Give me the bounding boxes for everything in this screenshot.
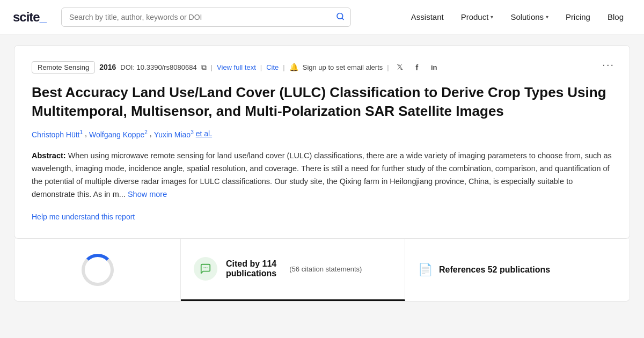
nav-solutions[interactable]: Solutions ▾ [503, 8, 556, 26]
paper-doi: DOI: 10.3390/rs8080684 [120, 63, 196, 71]
nav-pricing[interactable]: Pricing [558, 8, 598, 26]
nav-links: Assistant Product ▾ Solutions ▾ Pricing … [404, 8, 631, 26]
references-panel[interactable]: 📄 References 52 publications [405, 239, 630, 301]
solutions-chevron-icon: ▾ [546, 14, 548, 20]
copy-doi-icon[interactable]: ⧉ [201, 63, 207, 72]
alert-text[interactable]: Sign up to set email alerts [303, 63, 383, 71]
cited-by-info: Cited by 114 publications [226, 259, 276, 278]
alert-bell-icon: 🔔 [289, 63, 298, 71]
navbar: scite_ Assistant Product ▾ Solutions ▾ P… [0, 0, 644, 34]
linkedin-icon[interactable]: in [428, 61, 441, 74]
paper-title: Best Accuracy Land Use/Land Cover (LULC)… [32, 83, 612, 121]
cited-by-panel[interactable]: Cited by 114 publications (56 citation s… [181, 239, 405, 301]
paper-meta: Remote Sensing 2016 DOI: 10.3390/rs80806… [32, 61, 612, 74]
social-share-icons: 𝕏 f in [393, 61, 441, 74]
search-icon [336, 12, 345, 22]
paper-year: 2016 [99, 63, 116, 71]
references-label: References 52 publications [439, 265, 550, 275]
search-input[interactable] [61, 8, 351, 27]
references-icon: 📄 [418, 263, 433, 277]
spinner-column [14, 239, 181, 301]
svg-line-1 [342, 18, 343, 19]
nav-product[interactable]: Product ▾ [453, 8, 501, 26]
help-link[interactable]: Help me understand this report [32, 212, 135, 221]
facebook-icon[interactable]: f [411, 61, 423, 74]
cited-by-label: Cited by 114 publications [226, 259, 276, 278]
citation-icon [194, 257, 217, 281]
paper-card: ··· Remote Sensing 2016 DOI: 10.3390/rs8… [14, 45, 630, 239]
show-more-link[interactable]: Show more [128, 190, 167, 199]
nav-blog[interactable]: Blog [600, 8, 631, 26]
author-2[interactable]: Wolfgang Koppe2 [89, 129, 148, 139]
et-al-link[interactable]: et al. [196, 129, 212, 139]
content-area: ··· Remote Sensing 2016 DOI: 10.3390/rs8… [5, 34, 639, 302]
author-1[interactable]: Christoph Hütt1 [32, 129, 83, 139]
journal-badge: Remote Sensing [32, 61, 95, 74]
loading-spinner [82, 254, 114, 286]
nav-assistant[interactable]: Assistant [404, 8, 451, 26]
twitter-icon[interactable]: 𝕏 [393, 61, 406, 74]
search-wrapper [61, 8, 351, 27]
citation-statements: (56 citation statements) [289, 265, 362, 273]
abstract-text: Abstract: When using microwave remote se… [32, 150, 612, 201]
bottom-section: Cited by 114 publications (56 citation s… [14, 239, 630, 302]
logo[interactable]: scite_ [13, 10, 46, 25]
more-options-button[interactable]: ··· [602, 58, 614, 71]
cite-link[interactable]: Cite [266, 63, 279, 71]
view-full-text-link[interactable]: View full text [217, 63, 256, 71]
author-3[interactable]: Yuxin Miao3 [154, 129, 194, 139]
product-chevron-icon: ▾ [491, 14, 493, 20]
authors-list: Christoph Hütt1 , Wolfgang Koppe2 , Yuxi… [32, 129, 612, 139]
